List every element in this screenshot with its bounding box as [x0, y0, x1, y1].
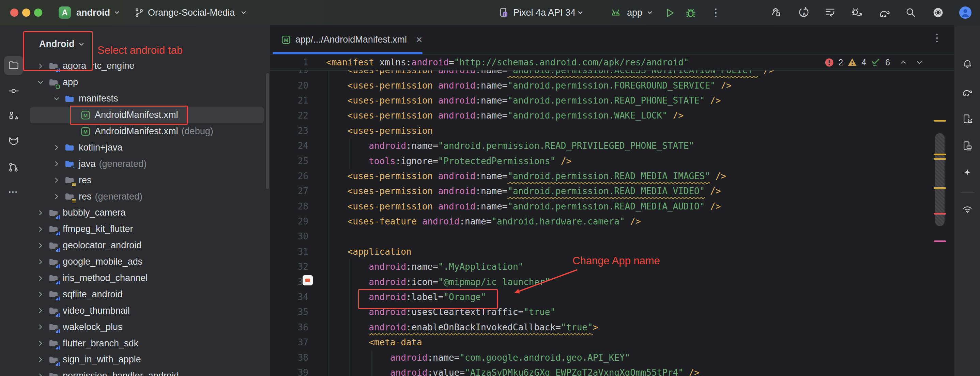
code-line-37[interactable]: 37<meta-data [270, 335, 954, 350]
structure-tool-button[interactable] [4, 106, 23, 126]
code-line-30[interactable]: 30 [270, 229, 954, 244]
tree-item-permission_handler_android[interactable]: permission_handler_android [27, 368, 266, 376]
tree-item-res[interactable]: res [27, 172, 266, 188]
attach-debugger-icon[interactable] [851, 6, 863, 19]
tree-item-sqflite_android[interactable]: sqflite_android [27, 286, 266, 303]
bell-icon [962, 59, 973, 70]
chevron-right-icon[interactable] [37, 209, 48, 217]
chevron-down-icon[interactable] [37, 78, 48, 87]
chevron-right-icon[interactable] [37, 258, 48, 266]
zoom-window-icon[interactable] [34, 8, 42, 17]
run-button[interactable] [664, 7, 675, 19]
tree-item-sign_in_with_apple[interactable]: sign_in_with_apple [27, 351, 266, 368]
info-stripe-mark[interactable] [934, 240, 946, 242]
tree-item-kotlin+java[interactable]: kotlin+java [27, 139, 266, 155]
next-problem-icon[interactable] [915, 58, 923, 67]
tree-item-video_thumbnail[interactable]: video_thumbnail [27, 303, 266, 319]
commit-tool-button[interactable] [4, 81, 23, 100]
tree-item-iris_method_channel[interactable]: iris_method_channel [27, 270, 266, 286]
editor-scrollbar[interactable] [935, 133, 945, 226]
tree-item-flutter_branch_sdk[interactable]: flutter_branch_sdk [27, 335, 266, 351]
branch-selector[interactable]: Orange-Social-Media [148, 0, 235, 25]
tree-item-google_mobile_ads[interactable]: google_mobile_ads [27, 254, 266, 270]
code-line-29[interactable]: 29<uses-feature android:name="android.ha… [270, 214, 954, 229]
run-more-options-icon[interactable]: ⋮ [711, 8, 721, 18]
settings-gear-icon[interactable] [932, 6, 944, 19]
chevron-right-icon[interactable] [53, 192, 64, 201]
chevron-right-icon[interactable] [53, 160, 64, 168]
line-number: 23 [270, 126, 309, 136]
tree-item-wakelock_plus[interactable]: wakelock_plus [27, 319, 266, 335]
inspections-widget[interactable]: 2 4 6 [825, 54, 923, 70]
gradle-sync-icon[interactable] [878, 6, 891, 19]
code-line-20[interactable]: 20<uses-permission android:name="android… [270, 78, 954, 93]
sticky-line[interactable]: 1<manifest xmlns:android="http://schemas… [270, 54, 954, 70]
more-tool-windows-icon[interactable]: ••• [4, 182, 23, 201]
minimize-window-icon[interactable] [22, 8, 30, 17]
debug-button[interactable] [685, 7, 697, 19]
editor-options-icon[interactable]: ⋮ [932, 33, 942, 43]
run-config-selector[interactable]: app [627, 0, 642, 25]
tree-item-manifests[interactable]: manifests [27, 90, 266, 107]
project-scrollbar[interactable] [266, 73, 269, 189]
gradle-tool-button[interactable] [958, 82, 977, 102]
code-line-39[interactable]: 39android:value="AIzaSyDMku6zGXg_EWPZgT2… [270, 365, 954, 376]
warning-stripe-mark[interactable] [934, 187, 946, 189]
chevron-right-icon[interactable] [53, 143, 64, 152]
chevron-right-icon[interactable] [37, 225, 48, 233]
chevron-right-icon[interactable] [37, 290, 48, 298]
chevron-right-icon[interactable] [37, 323, 48, 331]
device-selector[interactable]: Pixel 4a API 34 [513, 0, 576, 25]
launcher-icon-preview[interactable] [302, 275, 313, 286]
chevron-right-icon[interactable] [37, 274, 48, 282]
vcs-graph-tool-button[interactable] [4, 158, 23, 177]
code-line-27[interactable]: 27<uses-permission android:name="android… [270, 184, 954, 198]
project-tool-button[interactable] [4, 56, 23, 75]
tree-item-AndroidManifest.xml-debug[interactable]: MAndroidManifest.xml(debug) [27, 123, 266, 140]
search-everywhere-icon[interactable] [905, 6, 917, 19]
tree-item-bubbly_camera[interactable]: bubbly_camera [27, 205, 266, 221]
tab-close-icon[interactable]: ✕ [416, 35, 423, 44]
code-line-36[interactable]: 36android:enableOnBackInvokedCallback="t… [270, 320, 954, 335]
code-line-22[interactable]: 22<uses-permission android:name="android… [270, 108, 954, 123]
code-line-38[interactable]: 38android:name="com.google.android.geo.A… [270, 350, 954, 365]
tab-androidmanifest[interactable]: M app/.../AndroidManifest.xml ✕ [273, 25, 423, 54]
close-window-icon[interactable] [10, 8, 18, 17]
code-line-21[interactable]: 21<uses-permission android:name="android… [270, 93, 954, 108]
warning-stripe-mark[interactable] [934, 120, 946, 122]
notifications-tool-button[interactable] [958, 55, 977, 74]
error-stripe-mark[interactable] [934, 213, 946, 214]
tree-item-ffmpeg_kit_flutter[interactable]: ffmpeg_kit_flutter [27, 221, 266, 237]
code-line-23[interactable]: 23<uses-permission [270, 123, 954, 138]
tree-item-geolocator_android[interactable]: geolocator_android [27, 237, 266, 254]
previous-problem-icon[interactable] [899, 58, 907, 67]
chevron-down-icon[interactable] [53, 95, 64, 103]
project-switcher[interactable]: android [76, 0, 110, 25]
chevron-right-icon[interactable] [53, 176, 64, 184]
wifi-pairing-tool-button[interactable] [958, 200, 977, 219]
gemini-ai-tool-button[interactable] [958, 164, 977, 183]
tree-item-app[interactable]: app [27, 74, 266, 90]
line-number: 30 [270, 231, 309, 241]
chevron-right-icon[interactable] [37, 372, 48, 376]
apply-changes-icon[interactable]: A [797, 6, 810, 19]
tree-item-java-generated[interactable]: *java(generated) [27, 155, 266, 172]
build-hammer-icon[interactable] [770, 6, 783, 19]
chevron-right-icon[interactable] [37, 241, 48, 250]
device-manager-tool-button[interactable] [958, 109, 977, 129]
warning-stripe-mark[interactable] [934, 154, 946, 155]
build-list-icon[interactable] [824, 6, 836, 19]
running-devices-tool-button[interactable] [958, 136, 977, 155]
chevron-right-icon[interactable] [37, 355, 48, 364]
code-line-33[interactable]: 33android:icon="@mipmap/ic_launcher" [270, 274, 954, 289]
code-line-24[interactable]: 24android:name="android.permission.READ_… [270, 138, 954, 153]
warning-stripe-mark[interactable] [934, 158, 946, 160]
user-avatar[interactable] [959, 6, 972, 19]
gitlab-tool-button[interactable] [4, 132, 23, 151]
code-line-25[interactable]: 25tools:ignore="ProtectedPermissions" /> [270, 153, 954, 168]
tree-item-res-generated[interactable]: res(generated) [27, 188, 266, 205]
chevron-right-icon[interactable] [37, 306, 48, 315]
code-line-26[interactable]: 26<uses-permission android:name="android… [270, 168, 954, 184]
code-line-28[interactable]: 28<uses-permission android:name="android… [270, 199, 954, 214]
chevron-right-icon[interactable] [37, 339, 48, 347]
